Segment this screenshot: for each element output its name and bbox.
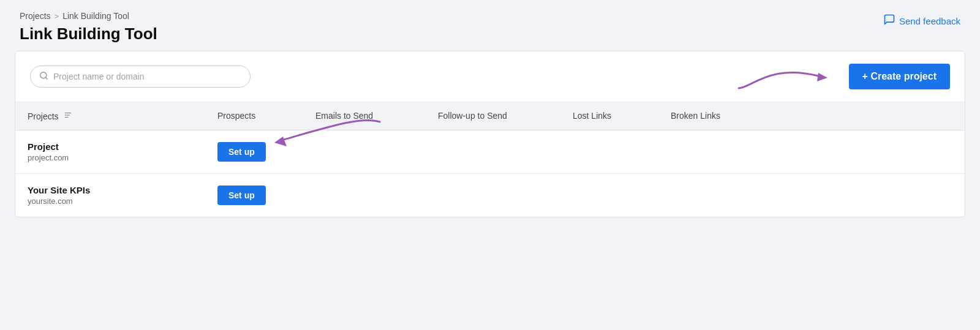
header-broken-links: Broken Links xyxy=(658,102,756,130)
title-section: Projects > Link Building Tool Link Build… xyxy=(20,11,157,43)
emails-cell-row2 xyxy=(303,184,426,206)
followup-cell-row2 xyxy=(426,184,560,206)
arrow-create-annotation xyxy=(733,54,831,97)
svg-line-1 xyxy=(45,77,47,79)
table-row: Project project.com Set up xyxy=(15,130,965,174)
broken-links-cell-row2 xyxy=(658,184,756,206)
table-header: Projects Prospects Emails to Send Follow… xyxy=(15,102,965,130)
project-name: Your Site KPIs xyxy=(28,185,193,195)
svg-marker-6 xyxy=(274,137,287,146)
search-icon xyxy=(39,71,48,82)
search-input-wrapper xyxy=(30,66,251,88)
top-bar: Projects > Link Building Tool Link Build… xyxy=(0,0,980,51)
search-bar-row: + Create project xyxy=(15,51,965,102)
sort-icon xyxy=(64,111,72,121)
project-name: Project xyxy=(28,141,193,152)
header-prospects: Prospects xyxy=(205,102,303,130)
send-feedback-label: Send feedback xyxy=(899,16,960,26)
project-domain: project.com xyxy=(28,153,193,162)
create-project-button[interactable]: + Create project xyxy=(849,64,950,89)
prospects-cell-row2: Set up xyxy=(205,174,303,216)
project-info-cell: Your Site KPIs yoursite.com xyxy=(15,174,205,217)
project-info-cell: Project project.com xyxy=(15,130,205,173)
header-projects: Projects xyxy=(15,102,205,130)
breadcrumb: Projects > Link Building Tool xyxy=(20,11,157,21)
feedback-icon xyxy=(883,13,895,29)
svg-marker-2 xyxy=(817,73,827,81)
project-domain: yoursite.com xyxy=(28,197,193,206)
prospects-cell: Set up xyxy=(205,131,303,173)
setup-button-row2[interactable]: Set up xyxy=(217,186,266,205)
breadcrumb-current: Link Building Tool xyxy=(62,11,129,21)
send-feedback-button[interactable]: Send feedback xyxy=(883,13,960,29)
setup-button-row1[interactable]: Set up xyxy=(217,142,266,162)
search-input[interactable] xyxy=(53,72,241,81)
page-title: Link Building Tool xyxy=(20,24,157,43)
main-content: + Create project Projects Prospects Emai… xyxy=(15,51,965,217)
followup-cell-row1 xyxy=(426,141,560,163)
broken-links-cell-row1 xyxy=(658,141,756,163)
lost-links-cell-row2 xyxy=(560,184,658,206)
emails-cell-row1 xyxy=(303,141,426,163)
lost-links-cell-row1 xyxy=(560,141,658,163)
breadcrumb-parent[interactable]: Projects xyxy=(20,11,51,21)
header-emails-to-send: Emails to Send xyxy=(303,102,426,130)
table-row: Your Site KPIs yoursite.com Set up xyxy=(15,174,965,217)
header-lost-links: Lost Links xyxy=(560,102,658,130)
header-follow-up: Follow-up to Send xyxy=(426,102,560,130)
breadcrumb-separator: > xyxy=(55,12,59,21)
